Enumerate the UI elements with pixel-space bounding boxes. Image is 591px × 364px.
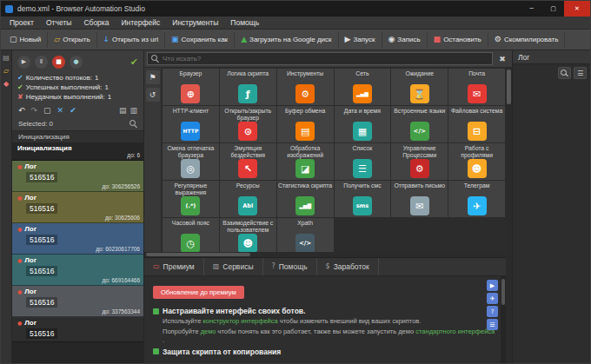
action-category-cell[interactable]: HTTP-клиент HTTP xyxy=(163,106,219,142)
script-step-row[interactable]: ● Лог 516516 до: 30625606 xyxy=(12,192,143,223)
redo-button[interactable]: ↷ xyxy=(31,107,38,115)
apply-button[interactable]: ✔ xyxy=(70,107,76,115)
standard-interface-demo-link[interactable]: стандартного интерфейса xyxy=(415,328,495,335)
stop-button[interactable]: ■ xyxy=(52,56,65,69)
menu-item[interactable]: Отчеты xyxy=(40,18,77,27)
menu-item[interactable]: Проект xyxy=(3,18,40,27)
action-category-cell[interactable]: Эмуляция бездействия ↖ xyxy=(220,143,276,180)
toolbar-button[interactable]: ◉ Запись xyxy=(382,32,428,48)
log-list-button[interactable]: ☰ xyxy=(574,67,587,79)
toolbar-button[interactable]: ↓ Открыть из url xyxy=(97,32,165,48)
action-category-cell[interactable]: Список ☰ xyxy=(335,143,391,180)
action-category-cell[interactable]: Взаимодействие с пользователем ☻ xyxy=(220,218,276,252)
info-tab[interactable]: ▥ Сервисы xyxy=(204,258,263,275)
upgrade-premium-button[interactable]: Обновление до премиум xyxy=(153,286,244,299)
info-tab[interactable]: $ Заработок xyxy=(317,258,379,275)
log-search-button[interactable] xyxy=(558,67,571,79)
scrollbar-thumb[interactable] xyxy=(146,253,250,256)
toolbar-button[interactable]: ▢ Новый xyxy=(3,32,48,48)
action-category-cell[interactable]: Ресурсы Abl xyxy=(220,181,276,217)
data-tab-icon[interactable]: ◆ xyxy=(3,81,9,88)
search-steps-icon[interactable] xyxy=(129,120,137,128)
toolbar-button[interactable]: ■ Остановить xyxy=(428,32,488,48)
copy-step-button[interactable]: ▢ xyxy=(43,107,51,115)
xpath-icon: </> xyxy=(296,234,315,252)
minimize-button[interactable]: ─ xyxy=(521,1,542,17)
scrollbar-thumb[interactable] xyxy=(501,279,505,305)
action-category-cell[interactable]: Логика скрипта ƒ xyxy=(220,69,276,105)
script-step-row[interactable]: Инициализация до: 6 xyxy=(12,142,143,161)
resources-tab-icon[interactable]: ▱ xyxy=(3,68,9,75)
telegram-channel-button[interactable]: ✈ xyxy=(487,293,498,304)
grid-vertical-scrollbar[interactable] xyxy=(506,68,512,363)
action-category-cell[interactable]: Управление Процессами ⚙ xyxy=(391,143,448,180)
action-category-cell[interactable]: Телеграм ✈ xyxy=(448,181,505,217)
action-category-cell[interactable]: Буфер обмена ▤ xyxy=(277,106,334,142)
stat-mark-icon: ✔ xyxy=(17,83,23,91)
scripts-tab-icon[interactable]: ▤ xyxy=(3,55,10,62)
action-category-cell[interactable]: Файловая система ⊟ xyxy=(448,106,505,142)
success-toggle-icon[interactable]: ✔ xyxy=(130,56,138,68)
toolbar-button[interactable]: ⚙ Скомпилировать xyxy=(488,32,566,48)
script-step-row[interactable]: ● Лог 516516 до: 60230617706 xyxy=(12,223,143,255)
action-category-cell[interactable]: Часовой пояс ◷ xyxy=(163,218,219,252)
panel-view-button[interactable]: ▤ xyxy=(119,107,127,115)
scrollbar-thumb[interactable] xyxy=(507,69,511,104)
action-category-cell[interactable]: Браузер ⊕ xyxy=(163,69,219,105)
script-section-header[interactable]: Инициализация xyxy=(12,130,143,142)
step-title: Инициализация xyxy=(17,144,72,152)
close-search-icon[interactable]: ✖ xyxy=(495,55,509,63)
history-icon[interactable]: ↺ xyxy=(146,88,160,102)
action-category-cell[interactable]: Регулярные выражения (.*) xyxy=(163,181,219,217)
menu-item[interactable]: Интерфейс xyxy=(116,18,167,27)
faq-button[interactable]: ? xyxy=(487,306,498,317)
menu-item[interactable]: Помощь xyxy=(224,18,265,27)
play-button[interactable]: ▶ xyxy=(17,56,30,69)
demo-link[interactable]: демо xyxy=(201,328,216,335)
menu-item[interactable]: Инструменты xyxy=(166,18,224,27)
log-panel: Лог ☰ xyxy=(512,50,590,363)
record-button[interactable]: ● xyxy=(70,56,83,69)
action-category-cell[interactable]: Статистика скрипта ▂▅▇ xyxy=(277,181,334,217)
action-category-cell[interactable]: Открыть/закрыть браузер ⊙ xyxy=(220,106,276,142)
toolbar-button[interactable]: ▲ Загрузить на Google диск xyxy=(235,32,338,48)
script-step-row[interactable]: ● Лог 516516 до: 669164466 xyxy=(12,255,143,286)
action-category-cell[interactable]: Обработка изображений ◪ xyxy=(277,143,334,180)
info-tab[interactable]: ? Помощь xyxy=(263,258,317,275)
action-category-cell[interactable]: Дата и время ▦ xyxy=(335,106,391,142)
toolbar-button[interactable]: ▣ Сохранить как xyxy=(165,32,235,48)
action-category-cell[interactable]: Сеть ▂▄▆ xyxy=(335,69,391,105)
action-category-cell[interactable]: Почта ✉ xyxy=(448,69,505,105)
text: Попробуйте xyxy=(163,328,201,335)
browser-icon: ⊕ xyxy=(181,84,200,103)
more-menu-button[interactable]: ☰ xyxy=(487,319,498,330)
action-category-cell[interactable]: Отправить письмо ✉ xyxy=(391,181,448,217)
action-category-cell[interactable]: Встроенные языки </> xyxy=(391,106,448,142)
interface-constructor-link[interactable]: конструктор интерфейса xyxy=(203,317,277,325)
toolbar-button[interactable]: ▱ Открыть xyxy=(48,32,96,48)
delete-step-button[interactable]: ✕ xyxy=(57,107,64,115)
action-search-input[interactable] xyxy=(163,55,488,63)
panel-split-button[interactable]: ▥ xyxy=(129,107,137,115)
script-step-row[interactable]: ● Лог 516516 до: 337563344 xyxy=(12,286,143,317)
action-category-cell[interactable]: Инструменты ⚙ xyxy=(277,69,334,105)
video-help-button[interactable]: ▶ xyxy=(487,280,498,291)
maximize-button[interactable]: ▢ xyxy=(542,1,564,17)
bookmarks-icon[interactable]: ⚑ xyxy=(146,70,160,84)
action-category-cell[interactable]: Ожидание ⌛ xyxy=(391,69,448,105)
close-button[interactable]: ✕ xyxy=(564,1,590,17)
log-panel-tools: ☰ xyxy=(513,64,590,82)
pause-button[interactable]: Ⅱ xyxy=(35,56,48,69)
step-note: до: 60230617706 xyxy=(17,246,140,252)
action-category-cell[interactable]: Получить смс sms xyxy=(335,181,391,217)
window-controls: ─ ▢ ✕ xyxy=(521,1,590,17)
info-tab[interactable]: ▭ Премиум xyxy=(144,258,204,275)
action-category-cell[interactable]: Xpath </> xyxy=(277,218,334,252)
script-step-row[interactable]: ● Лог 516516 xyxy=(12,317,143,342)
script-step-row[interactable]: ● Лог 516516 до: 306256526 xyxy=(12,161,143,192)
action-category-cell[interactable]: Смена отпечатка браузера ◎ xyxy=(163,143,219,180)
undo-button[interactable]: ↶ xyxy=(18,107,25,115)
menu-item[interactable]: Сборка xyxy=(77,18,115,27)
action-category-cell[interactable]: Работа с профилями ☻ xyxy=(448,143,505,180)
toolbar-button[interactable]: ▶ Запуск xyxy=(339,32,382,48)
